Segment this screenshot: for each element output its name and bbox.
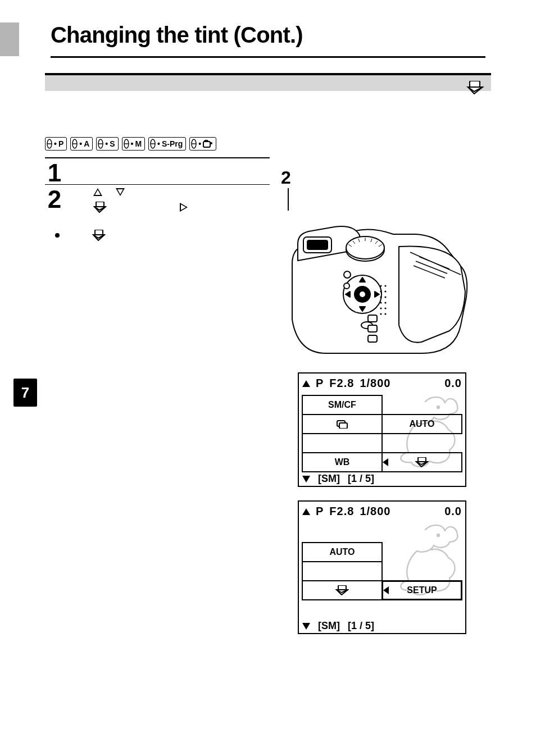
camera-illustration [281, 213, 472, 359]
svg-rect-17 [96, 202, 104, 207]
page-title: Changing the tint (Cont.) [51, 22, 485, 48]
svg-point-44 [344, 271, 351, 278]
mode-label: A [84, 140, 89, 148]
svg-rect-48 [368, 325, 377, 332]
down-arrow-icon [116, 188, 125, 196]
step-number: 2 [45, 188, 64, 211]
rule [45, 157, 270, 158]
svg-point-61 [384, 285, 386, 286]
card-over-stack-icon [93, 202, 107, 213]
left-triangle-icon [382, 582, 390, 599]
svg-marker-73 [383, 586, 389, 594]
lcd-menu-grid: SM/CF AUTO WB [302, 395, 462, 472]
mode-label: M [135, 140, 142, 148]
mode-p: •P [45, 137, 67, 151]
lcd-footer: [SM] [1 / 5] [302, 473, 462, 485]
svg-point-52 [380, 296, 381, 298]
media-indicator: [SM] [318, 473, 340, 485]
rule [45, 184, 270, 185]
aperture-value: F2.8 [329, 377, 354, 390]
svg-point-16 [210, 142, 212, 144]
step2-icon-row-1 [72, 188, 270, 196]
svg-point-58 [380, 313, 381, 315]
shutter-value: 1/800 [360, 505, 390, 518]
step2-icon-row-2 [72, 202, 270, 213]
ev-value: 0.0 [444, 505, 462, 518]
mode-sprg: •S-Prg [148, 137, 186, 151]
step-1: 1 [45, 162, 270, 184]
bullet-icon [55, 233, 60, 238]
menu-cell [302, 561, 383, 581]
menu-cell [381, 395, 462, 415]
mode-my: • [189, 137, 216, 151]
mode-s: •S [96, 137, 118, 151]
menu-cell: WB [302, 452, 383, 472]
callout-leader-line [288, 188, 289, 211]
svg-rect-70 [338, 585, 346, 590]
step2-icon-row-3 [55, 230, 270, 241]
svg-point-59 [384, 313, 386, 315]
card-over-stack-icon [466, 81, 484, 97]
menu-cell [381, 561, 462, 581]
svg-rect-66 [418, 457, 426, 462]
svg-rect-15 [203, 142, 210, 147]
title-side-bar [0, 22, 19, 56]
diagram-callout-number: 2 [281, 167, 483, 188]
down-triangle-icon [302, 476, 310, 482]
up-triangle-icon [302, 380, 310, 387]
card-over-stack-icon [92, 230, 106, 241]
svg-point-56 [380, 307, 381, 309]
svg-point-50 [380, 290, 381, 292]
svg-rect-24 [307, 240, 328, 249]
menu-cell [302, 433, 383, 453]
menu-cell-selected [381, 452, 462, 472]
up-arrow-icon [93, 188, 102, 196]
menu-cell [381, 433, 462, 453]
lcd-menu-grid: AUTO SETUP [302, 523, 462, 619]
menu-cell: AUTO [302, 542, 383, 562]
svg-point-39 [359, 291, 366, 298]
svg-rect-47 [368, 315, 377, 322]
mode-label: P [58, 140, 63, 148]
print-stack-icon [336, 420, 348, 429]
down-triangle-icon [302, 623, 310, 630]
title-row: Changing the tint (Cont.) [51, 22, 485, 48]
right-arrow-icon [180, 203, 188, 212]
menu-cell [381, 599, 462, 620]
step-2: 2 [45, 188, 270, 241]
menu-cell [381, 542, 462, 562]
chapter-number: 7 [21, 384, 29, 401]
lcd-screen-1: P F2.8 1/800 0.0 SM/CF AUTO WB [298, 372, 466, 487]
menu-cell [381, 523, 462, 543]
card-over-stack-icon [335, 585, 349, 595]
mode-indicator: P [316, 377, 324, 390]
menu-cell [302, 580, 383, 600]
up-triangle-icon [302, 508, 310, 515]
svg-point-54 [380, 302, 381, 303]
mode-label: S [110, 140, 115, 148]
mode-indicator: P [316, 505, 324, 518]
left-triangle-icon [381, 453, 389, 471]
svg-marker-65 [383, 458, 388, 466]
menu-cell [302, 414, 383, 434]
svg-point-53 [384, 296, 386, 298]
page: Changing the tint (Cont.) •P •A •S [0, 0, 536, 756]
svg-point-57 [384, 307, 386, 309]
shutter-value: 1/800 [360, 377, 390, 390]
body-left: •P •A •S •M •S-Prg • [45, 137, 270, 241]
svg-point-60 [380, 285, 381, 286]
mode-m: •M [122, 137, 146, 151]
svg-rect-49 [368, 335, 377, 342]
ev-value: 0.0 [444, 377, 462, 390]
menu-cell: AUTO [381, 414, 462, 434]
svg-rect-20 [95, 230, 103, 235]
right-column: 2 [281, 167, 483, 634]
lcd-footer: [SM] [1 / 5] [302, 620, 462, 632]
step-number: 1 [45, 162, 64, 184]
mode-label: S-Prg [162, 140, 183, 148]
svg-point-51 [384, 290, 386, 292]
menu-cell: SM/CF [302, 395, 383, 415]
aperture-value: F2.8 [329, 505, 354, 518]
lcd-status-row: P F2.8 1/800 0.0 [302, 377, 462, 390]
svg-rect-0 [470, 81, 480, 87]
